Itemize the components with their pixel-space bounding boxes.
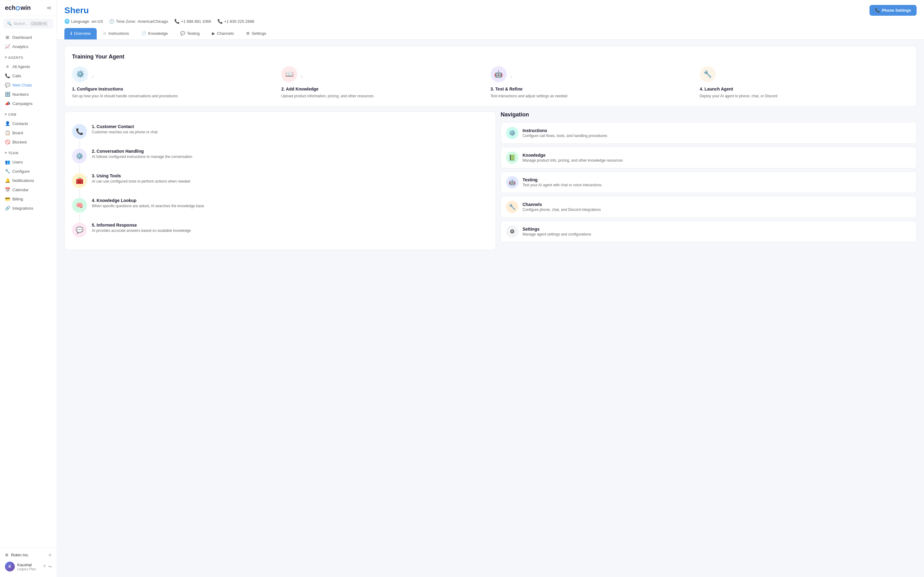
step2-desc: Upload product information, pricing, and… bbox=[281, 93, 490, 99]
sidebar-item-label: Campaigns bbox=[12, 101, 33, 106]
agent-header: Sheru 📞 Phone Settings 🌐 Language: en-US… bbox=[57, 0, 924, 40]
chevron-down-icon: ▾ bbox=[5, 112, 7, 116]
flow1-title: 1. Customer Contact bbox=[92, 124, 157, 129]
user-row: K Kaushal Legacy Plan ? ↪ bbox=[4, 559, 53, 574]
settings-icon: ⚙ bbox=[5, 553, 9, 557]
tab-channels[interactable]: ▶ Channels bbox=[206, 28, 240, 39]
logout-button[interactable]: ↪ bbox=[48, 564, 52, 569]
sidebar-item-label: Billing bbox=[12, 197, 23, 201]
instructions-icon: ☆ bbox=[103, 31, 106, 36]
tab-instructions[interactable]: ☆ Instructions bbox=[97, 28, 135, 39]
search-icon: 🔍 bbox=[7, 21, 12, 26]
sidebar-item-calendar[interactable]: 📅 Calendar bbox=[0, 185, 56, 194]
sidebar-item-contacts[interactable]: 👤 Contacts bbox=[0, 119, 56, 128]
sidebar-item-blocked[interactable]: 🚫 Blocked bbox=[0, 137, 56, 147]
sidebar-item-label: Configure bbox=[12, 169, 29, 174]
sidebar-item-label: Dashboard bbox=[12, 35, 32, 40]
nav-card-settings[interactable]: ⚙ Settings Manage agent settings and con… bbox=[501, 221, 917, 242]
flow4-title: 4. Knowledge Lookup bbox=[92, 198, 204, 203]
flow5-content: 5. Informed Response AI provides accurat… bbox=[92, 222, 191, 233]
sidebar-item-label: Web Chats bbox=[12, 83, 32, 87]
nav-testing-icon: 🤖 bbox=[506, 176, 518, 189]
training-card: Training Your Agent ⚙️ › 1. Configure In… bbox=[65, 46, 917, 106]
flow-item-4: 🧠 4. Knowledge Lookup When specific ques… bbox=[72, 193, 488, 218]
sidebar-item-label: Contacts bbox=[12, 121, 28, 126]
sidebar-footer: ⚙ Robin Inc. ⚙ K Kaushal Legacy Plan ? ↪ bbox=[0, 548, 56, 577]
nav-settings-text: Settings Manage agent settings and confi… bbox=[522, 227, 591, 237]
language-meta: 🌐 Language: en-US bbox=[65, 19, 103, 24]
flow-steps: 📞 1. Customer Contact Customer reaches o… bbox=[72, 119, 488, 242]
nav-knowledge-desc: Manage product info, pricing, and other … bbox=[522, 158, 623, 163]
main-nav: ⊞ Dashboard 📈 Analytics bbox=[0, 31, 56, 52]
phone-settings-button[interactable]: 📞 Phone Settings bbox=[869, 5, 917, 16]
flow4-content: 4. Knowledge Lookup When specific questi… bbox=[92, 198, 204, 208]
training-step-2: 📖 › 2. Add Knowledge Upload product info… bbox=[281, 66, 490, 99]
sidebar-item-campaigns[interactable]: 📣 Campaigns bbox=[0, 99, 56, 108]
sidebar-item-dashboard[interactable]: ⊞ Dashboard bbox=[0, 33, 56, 42]
tab-knowledge[interactable]: 📄 Knowledge bbox=[135, 28, 174, 39]
nav-testing-text: Testing Test your AI agent with chat or … bbox=[522, 177, 602, 187]
flow3-icon: 🧰 bbox=[72, 173, 87, 188]
agent-meta: 🌐 Language: en-US 🕐 Time Zone: America/C… bbox=[65, 19, 917, 24]
flow5-desc: AI provides accurate answers based on av… bbox=[92, 229, 191, 233]
nav-card-channels[interactable]: 🔧 Channels Configure phone, chat, and Di… bbox=[501, 196, 917, 218]
sidebar-item-calls[interactable]: 📞 Calls bbox=[0, 71, 56, 81]
tab-testing[interactable]: 💬 Testing bbox=[174, 28, 206, 39]
crm-nav: 👤 Contacts 📋 Board 🚫 Blocked bbox=[0, 118, 56, 148]
sidebar-item-label: Board bbox=[12, 131, 23, 135]
sidebar-item-configure[interactable]: 🔧 Configure bbox=[0, 166, 56, 176]
sidebar-item-integrations[interactable]: 🔗 Integrations bbox=[0, 203, 56, 213]
web-chats-icon: 💬 bbox=[5, 82, 10, 87]
nav-card-instructions[interactable]: ⚙️ Instructions Configure call flows, to… bbox=[501, 122, 917, 144]
billing-icon: 💳 bbox=[5, 197, 10, 201]
agent-top: Sheru 📞 Phone Settings bbox=[65, 5, 917, 16]
team-nav: 👥 Users 🔧 Configure 🔔 Notifications 📅 Ca… bbox=[0, 156, 56, 214]
training-title: Training Your Agent bbox=[72, 53, 909, 60]
phone-icon: 📞 bbox=[875, 8, 880, 13]
agents-section-label[interactable]: ▾ AGENTS bbox=[0, 52, 56, 61]
sidebar-item-label: All Agents bbox=[12, 64, 30, 69]
sidebar-item-label: Analytics bbox=[12, 44, 28, 49]
step3-arrow: › bbox=[510, 73, 512, 80]
sidebar-item-analytics[interactable]: 📈 Analytics bbox=[0, 42, 56, 51]
collapse-button[interactable]: ≪ bbox=[47, 5, 52, 11]
team-section-label[interactable]: ▾ TEAM bbox=[0, 148, 56, 156]
sidebar-item-users[interactable]: 👥 Users bbox=[0, 157, 56, 166]
user-info: Kaushal Legacy Plan bbox=[17, 562, 41, 571]
step1-desc: Set up how your AI should handle convers… bbox=[72, 93, 281, 99]
crm-section-label[interactable]: ▾ CRM bbox=[0, 109, 56, 118]
sidebar-item-billing[interactable]: 💳 Billing bbox=[0, 194, 56, 203]
nav-card-testing[interactable]: 🤖 Testing Test your AI agent with chat o… bbox=[501, 171, 917, 193]
flow2-icon: ⚙️ bbox=[72, 149, 87, 163]
sidebar-item-all-agents[interactable]: ≡ All Agents bbox=[0, 62, 56, 71]
sidebar-item-numbers[interactable]: 🔢 Numbers bbox=[0, 90, 56, 99]
help-button[interactable]: ? bbox=[43, 564, 45, 569]
search-placeholder: Search... bbox=[14, 21, 28, 26]
sidebar-item-label: Blocked bbox=[12, 140, 26, 144]
settings-icon: ⚙ bbox=[246, 31, 250, 36]
step2-title: 2. Add Knowledge bbox=[281, 87, 490, 92]
sidebar-item-board[interactable]: 📋 Board bbox=[0, 128, 56, 137]
flow4-icon: 🧠 bbox=[72, 198, 87, 213]
nav-knowledge-icon: 📗 bbox=[506, 152, 518, 164]
flow-item-3: 🧰 3. Using Tools AI can use configured t… bbox=[72, 168, 488, 193]
sidebar-item-notifications[interactable]: 🔔 Notifications bbox=[0, 176, 56, 185]
sidebar-header: echwin ≪ bbox=[0, 0, 56, 16]
search-bar[interactable]: 🔍 Search... Ctrl/⌘+K bbox=[4, 19, 53, 28]
tab-overview[interactable]: ℹ Overview bbox=[65, 28, 97, 39]
step3-icon: 🤖 bbox=[491, 66, 507, 82]
sidebar-item-web-chats[interactable]: 💬 Web Chats bbox=[0, 81, 56, 90]
step4-icon: 🔧 bbox=[700, 66, 716, 82]
flow3-content: 3. Using Tools AI can use configured too… bbox=[92, 173, 190, 184]
nav-card-knowledge[interactable]: 📗 Knowledge Manage product info, pricing… bbox=[501, 147, 917, 168]
org-row[interactable]: ⚙ Robin Inc. ⚙ bbox=[4, 551, 53, 559]
nav-testing-desc: Test your AI agent with chat or voice in… bbox=[522, 183, 602, 187]
nav-testing-title: Testing bbox=[522, 177, 602, 182]
testing-icon: 💬 bbox=[180, 31, 185, 36]
tabs: ℹ Overview ☆ Instructions 📄 Knowledge 💬 … bbox=[65, 28, 917, 39]
two-col-section: 📞 1. Customer Contact Customer reaches o… bbox=[65, 111, 917, 255]
tab-settings[interactable]: ⚙ Settings bbox=[240, 28, 272, 39]
flow1-desc: Customer reaches out via phone or chat bbox=[92, 130, 157, 134]
sidebar-item-label: Notifications bbox=[12, 178, 34, 183]
flow4-desc: When specific questions are asked, AI se… bbox=[92, 204, 204, 208]
